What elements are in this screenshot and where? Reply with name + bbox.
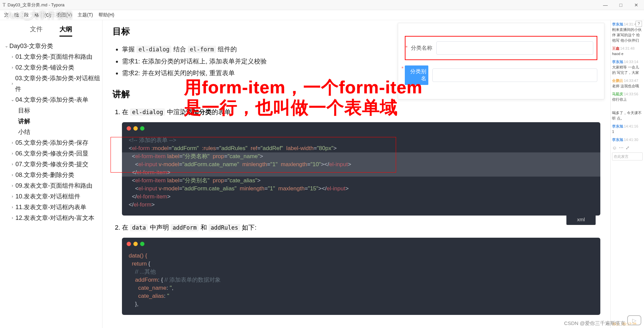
outline-item[interactable]: ›07.文章分类-修改分类-提交	[3, 159, 102, 170]
outline-item[interactable]: ›06.文章分类-修改分类-回显	[3, 148, 102, 159]
menu-view[interactable]: 视图(V)	[55, 11, 74, 19]
csdn-credit: CSDN @爱你三千遍斯塔克	[564, 320, 625, 327]
help-icon[interactable]: ?	[636, 21, 642, 27]
chevron-right-icon: ›	[9, 180, 15, 191]
titlebar: T Day03_文章分类.md - Typora — □ ✕	[0, 0, 644, 10]
outline-item[interactable]: ›02.文章分类-铺设分类	[3, 62, 102, 73]
menu-help[interactable]: 帮助(H)	[97, 11, 116, 19]
tab-file[interactable]: 文件	[30, 25, 43, 37]
emoji-icon[interactable]: ☺	[612, 145, 617, 150]
editor-content[interactable]: 目标 掌握 el-dialog 结合 el-form 组件的 需求1: 在添加分…	[102, 20, 610, 328]
play-icon[interactable]: ▷	[627, 315, 641, 325]
form-input-alias[interactable]	[432, 68, 597, 82]
outline-item[interactable]: ›12.发表文章-对话框内-富文本	[3, 213, 102, 223]
expand-icon[interactable]: ⤢	[626, 145, 630, 150]
sidebar: 文件 大纲 ⌄Day03-文章分类 ›01.文章分类-页面组件和路由 ›02.文…	[0, 20, 102, 328]
chat-user: 李东旭	[612, 22, 623, 26]
chat-user: 马延庆	[612, 92, 623, 96]
form-input-name[interactable]	[436, 41, 593, 55]
step2: 在 data 中声明 addForm 和 addRules 如下: data()…	[122, 222, 600, 315]
chevron-down-icon: ⌄	[9, 94, 15, 105]
form-label-alias: 分类别名	[405, 65, 428, 85]
chat-user: 李东旭	[612, 124, 623, 128]
outline-item[interactable]: ›10.发表文章-对话框组件	[3, 191, 102, 202]
menu-format[interactable]: 格	[33, 11, 40, 19]
menu-file[interactable]: 文	[3, 11, 10, 19]
maximize-button[interactable]: □	[613, 0, 629, 10]
outline-root[interactable]: ⌄Day03-文章分类	[3, 41, 102, 51]
outline-item[interactable]: ›08.文章分类-删除分类	[3, 170, 102, 180]
close-button[interactable]: ✕	[629, 0, 644, 10]
code-block-1: <!-- 添加的表单 --> <el-form :model="addForm"…	[122, 122, 600, 216]
menu-edit[interactable]: 编	[13, 11, 20, 19]
chevron-right-icon: ›	[9, 159, 15, 170]
outline-item[interactable]: ›05.文章分类-添加分类-保存	[3, 137, 102, 148]
outline: ⌄Day03-文章分类 ›01.文章分类-页面组件和路由 ›02.文章分类-铺设…	[0, 39, 102, 223]
menu-o-suffix: (O)	[43, 12, 52, 18]
chat-user: 李东旭	[612, 60, 623, 64]
outline-sub-active[interactable]: 讲解	[3, 116, 102, 127]
chevron-right-icon: ›	[9, 137, 15, 148]
outline-item[interactable]: ›11.发表文章-对话框内表单	[3, 202, 102, 213]
chevron-right-icon: ›	[9, 62, 15, 73]
outline-sub[interactable]: 小结	[3, 127, 102, 137]
step1: 在 el-dialog 中渲染添加分类的表单: <!-- 添加的表单 --> <…	[122, 106, 600, 216]
code-lines: <!-- 添加的表单 --> <el-form :model="addForm"…	[122, 127, 600, 212]
form-preview-panel: 分类名称 分类别名	[398, 23, 604, 99]
chevron-right-icon: ›	[9, 78, 15, 89]
chat-user: 王鑫	[612, 46, 619, 50]
chevron-right-icon: ›	[9, 170, 15, 180]
code-lines: data() { return { // ...其他 addForm: { //…	[122, 242, 600, 311]
outline-item[interactable]: ⌄04.文章分类-添加分类-表单	[3, 94, 102, 105]
chevron-right-icon: ›	[9, 51, 15, 62]
chat-icon[interactable]: ⋯	[619, 145, 624, 150]
chevron-down-icon: ⌄	[3, 41, 9, 51]
form-label-name: 分类名称	[409, 45, 432, 52]
tab-outline[interactable]: 大纲	[59, 25, 72, 37]
chevron-right-icon: ›	[9, 202, 15, 213]
menubar: 文 编 段 格 (O) 视图(V) 主题(T) 帮助(H)	[0, 10, 644, 20]
typora-logo: T	[3, 2, 6, 8]
chat-input[interactable]: 在此发言	[612, 152, 643, 160]
menu-theme[interactable]: 主题(T)	[76, 11, 94, 19]
chat-panel: ? 李东旭14:31:41刚来直播间的小伙伴 家写的这个 给他写 他小伙伴们王鑫…	[610, 20, 644, 328]
lang-badge: xml	[566, 214, 596, 225]
chat-tool-icons: ☺ ⋯ ⤢	[612, 145, 643, 150]
sidebar-tabs: 文件 大纲	[0, 21, 102, 39]
outline-sub[interactable]: 目标	[3, 105, 102, 116]
chat-user: 全鹏云	[612, 79, 623, 83]
menu-para[interactable]: 段	[23, 11, 30, 19]
outline-item[interactable]: ›03.文章分类-添加分类-对话框组件	[3, 73, 102, 94]
chevron-right-icon: ›	[9, 191, 15, 202]
code-block-2: data() { return { // ...其他 addForm: { //…	[122, 238, 600, 315]
chat-user: 李东旭	[612, 138, 623, 142]
chevron-right-icon: ›	[9, 213, 15, 223]
outline-item[interactable]: ›01.文章分类-页面组件和路由	[3, 51, 102, 62]
chevron-right-icon: ›	[9, 148, 15, 159]
outline-item[interactable]: ›09.发表文章-页面组件和路由	[3, 180, 102, 191]
minimize-button[interactable]: —	[598, 0, 613, 10]
window-title: Day03_文章分类.md - Typora	[8, 2, 65, 8]
